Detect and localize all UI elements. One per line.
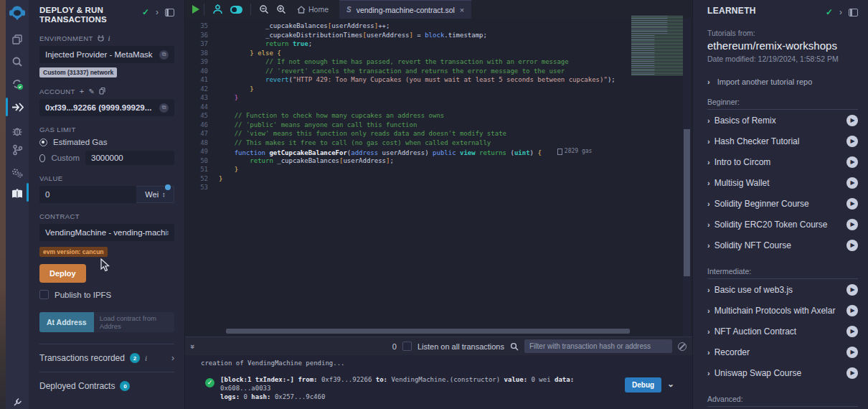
tutorial-play-icon[interactable]: ▶ bbox=[846, 198, 858, 210]
code-line[interactable]: 35 _cupcakeBalances[userAddress]++; bbox=[185, 22, 692, 31]
tutorial-item-label[interactable]: Solidity Beginner Course bbox=[714, 199, 809, 209]
tutorial-play-icon[interactable]: ▶ bbox=[846, 156, 858, 168]
file-explorer-icon[interactable] bbox=[6, 30, 29, 49]
line-number[interactable]: 41 bbox=[185, 75, 219, 85]
tutorial-item[interactable]: ›Intro to Circom▶ bbox=[707, 151, 858, 172]
tutorial-chevron-icon[interactable]: › bbox=[707, 158, 710, 166]
tutorial-item[interactable]: ›Recorder▶ bbox=[707, 342, 858, 362]
tutorial-play-icon[interactable]: ▶ bbox=[846, 240, 858, 251]
tutorial-chevron-icon[interactable]: › bbox=[707, 220, 710, 229]
file-tab[interactable]: S vending-machine-contract.sol × bbox=[339, 0, 471, 19]
tutorial-item-label[interactable]: Solidity NFT Course bbox=[714, 240, 791, 250]
debugger-bug-icon[interactable] bbox=[6, 122, 29, 141]
code-line[interactable]: 48 // This makes it free to call (no gas… bbox=[185, 138, 692, 148]
tutorial-item[interactable]: ›Solidity ERC20 Token Course▶ bbox=[707, 214, 858, 235]
contract-select[interactable]: VendingMachine - vending-machin ▴▾ bbox=[39, 224, 174, 241]
tutorial-chevron-icon[interactable]: › bbox=[707, 116, 710, 125]
tutorial-item[interactable]: ›Solidity NFT Course▶ bbox=[707, 235, 858, 255]
environment-select[interactable]: Injected Provider - MetaMask ⧉ bbox=[39, 46, 174, 63]
tutorial-item-label[interactable]: Uniswap Swap Course bbox=[714, 368, 801, 378]
code-line[interactable]: 53 bbox=[185, 183, 692, 192]
tutorial-item[interactable]: ›NFT Auction Contract▶ bbox=[707, 321, 858, 342]
transactions-info-icon[interactable]: i bbox=[145, 354, 147, 362]
tutorial-chevron-icon[interactable]: › bbox=[707, 179, 710, 187]
publish-ipfs-option[interactable]: Publish to IPFS bbox=[39, 290, 174, 299]
code-line[interactable]: 40 // 'revert' cancels the transaction a… bbox=[185, 67, 692, 76]
code-line[interactable]: 46 // 'public' means anyone can call thi… bbox=[185, 121, 692, 130]
custom-gas-option[interactable]: Custom bbox=[39, 151, 174, 165]
line-number[interactable]: 43 bbox=[185, 93, 219, 103]
tutorial-item-label[interactable]: Basics of Remix bbox=[714, 116, 776, 126]
value-input[interactable]: 0 bbox=[39, 186, 136, 203]
panel-chevron-icon[interactable]: › bbox=[156, 7, 159, 17]
account-select[interactable]: 0xf39...92266 (9999.99929... ⧉ bbox=[39, 99, 174, 116]
tutorial-chevron-icon[interactable]: › bbox=[707, 348, 710, 357]
editor-minimap[interactable] bbox=[631, 16, 683, 76]
tutorial-item[interactable]: ›Hash Checker Tutorial▶ bbox=[707, 131, 858, 151]
tutorial-chevron-icon[interactable]: › bbox=[707, 327, 710, 336]
tutorial-item[interactable]: ›Solidity Beginner Course▶ bbox=[707, 193, 858, 214]
line-number[interactable]: 36 bbox=[185, 31, 219, 40]
tutorial-item[interactable]: ›Multisig Wallet▶ bbox=[707, 172, 858, 193]
publish-ipfs-checkbox[interactable] bbox=[39, 290, 49, 299]
editor-horizontal-scrollbar[interactable] bbox=[226, 329, 630, 334]
run-script-icon[interactable] bbox=[192, 5, 199, 14]
line-number[interactable]: 35 bbox=[185, 22, 219, 31]
line-number[interactable]: 47 bbox=[185, 129, 219, 138]
custom-gas-input[interactable] bbox=[85, 151, 174, 165]
line-number[interactable]: 38 bbox=[185, 49, 219, 58]
code-line[interactable]: 47 // 'view' means this function only re… bbox=[185, 129, 692, 138]
edit-account-icon[interactable]: ✎ bbox=[89, 88, 95, 95]
code-editor[interactable]: 35 _cupcakeBalances[userAddress]++;36 _c… bbox=[185, 19, 692, 347]
tutorial-play-icon[interactable]: ▶ bbox=[846, 115, 858, 126]
line-number[interactable]: 44 bbox=[185, 103, 219, 112]
git-branch-icon[interactable] bbox=[6, 141, 29, 159]
code-line[interactable]: 52} bbox=[185, 174, 692, 184]
code-line[interactable]: 50 return _cupcakeBalances[userAddress]; bbox=[185, 156, 692, 166]
tutorial-chevron-icon[interactable]: › bbox=[707, 369, 710, 377]
home-tab[interactable]: Home bbox=[290, 5, 332, 14]
tutorial-play-icon[interactable]: ▶ bbox=[846, 326, 858, 337]
code-line[interactable]: 44 bbox=[185, 103, 692, 112]
code-line[interactable]: 36 _cupcakeDistributionTimes[userAddress… bbox=[185, 31, 692, 40]
code-line[interactable]: 49 function getCupcakeBalanceFor(address… bbox=[185, 147, 692, 156]
zoom-out-icon[interactable] bbox=[255, 4, 273, 14]
plug-small-icon[interactable] bbox=[98, 34, 104, 42]
search-icon[interactable] bbox=[6, 52, 29, 71]
tutorial-chevron-icon[interactable]: › bbox=[707, 241, 710, 250]
close-tab-icon[interactable]: × bbox=[460, 6, 464, 14]
copy-account-icon[interactable] bbox=[99, 88, 105, 95]
deploy-button[interactable]: Deploy bbox=[39, 264, 86, 283]
tutorial-chevron-icon[interactable]: › bbox=[707, 286, 710, 294]
tutorial-item[interactable]: ›Basic use of web3.js▶ bbox=[707, 279, 858, 300]
expand-terminal-icon[interactable]: » bbox=[189, 344, 197, 348]
code-line[interactable]: 39 // If not enough time has passed, rev… bbox=[185, 57, 692, 67]
tutorial-item[interactable]: ›Basics of Remix▶ bbox=[707, 110, 858, 131]
code-line[interactable]: 45 // Function to check how many cupcake… bbox=[185, 111, 692, 121]
learneth-chevron-icon[interactable]: › bbox=[839, 7, 842, 17]
transaction-entry[interactable]: ✓ [block:1 txIndex:-] from: 0xf39...9226… bbox=[185, 375, 692, 401]
tutorial-item-label[interactable]: Recorder bbox=[714, 347, 750, 357]
tutorial-item-label[interactable]: NFT Auction Contract bbox=[714, 326, 797, 337]
tutorial-play-icon[interactable]: ▶ bbox=[846, 347, 858, 358]
tutorial-item-label[interactable]: Basic use of web3.js bbox=[714, 285, 793, 295]
solidity-compiler-icon[interactable] bbox=[6, 75, 29, 93]
tutorial-chevron-icon[interactable]: › bbox=[707, 306, 710, 315]
line-number[interactable]: 49 bbox=[185, 147, 219, 156]
line-number[interactable]: 46 bbox=[185, 121, 219, 130]
line-number[interactable]: 52 bbox=[185, 174, 219, 184]
at-address-input[interactable]: Load contract from Addres bbox=[94, 312, 174, 332]
code-line[interactable]: 38 } else { bbox=[185, 49, 692, 58]
line-number[interactable]: 53 bbox=[185, 183, 219, 192]
line-number[interactable]: 37 bbox=[185, 39, 219, 49]
line-number[interactable]: 39 bbox=[185, 57, 219, 67]
line-number[interactable]: 45 bbox=[185, 111, 219, 121]
add-account-icon[interactable]: + bbox=[80, 87, 85, 95]
code-line[interactable]: 51 } bbox=[185, 165, 692, 174]
line-number[interactable]: 42 bbox=[185, 85, 219, 94]
tutorial-item-label[interactable]: Intro to Circom bbox=[714, 157, 771, 167]
deploy-run-icon[interactable] bbox=[6, 98, 29, 116]
custom-gas-radio[interactable] bbox=[39, 154, 45, 162]
assistant-toggle-icon[interactable] bbox=[227, 6, 246, 14]
transactions-recorded-row[interactable]: Transactions recorded 2 i › bbox=[39, 344, 174, 372]
